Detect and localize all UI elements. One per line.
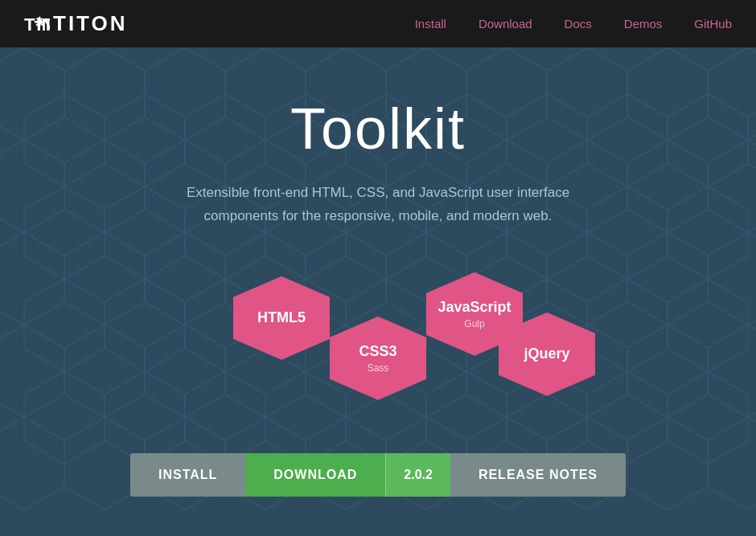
nav-docs[interactable]: Docs: [565, 17, 592, 31]
hex-js-sub: Gulp: [464, 318, 484, 329]
hex-css3-title: CSS3: [359, 343, 396, 361]
svg-rect-2: [39, 16, 40, 19]
nav-download[interactable]: Download: [479, 17, 532, 31]
cta-buttons: INSTALL DOWNLOAD 2.0.2 RELEASE NOTES: [16, 453, 740, 497]
hex-jquery[interactable]: jQuery: [499, 313, 595, 396]
logo-text: TITON: [53, 11, 128, 36]
release-notes-button[interactable]: RELEASE NOTES: [450, 453, 626, 497]
hex-html5[interactable]: HTML5: [233, 276, 330, 360]
logo[interactable]: TIT N TITON: [24, 11, 128, 37]
navbar: TIT N TITON Install Download Docs Demos …: [0, 0, 756, 47]
nav-links: Install Download Docs Demos GitHub: [415, 17, 732, 31]
svg-text:N: N: [42, 14, 50, 35]
hex-jquery-title: jQuery: [524, 346, 569, 363]
nav-demos[interactable]: Demos: [624, 17, 663, 31]
hex-css3-sub: Sass: [368, 362, 389, 374]
svg-rect-5: [35, 21, 38, 23]
hero-content: Toolkit Extensible front-end HTML, CSS, …: [16, 96, 740, 497]
hero-description: Extensible front-end HTML, CSS, and Java…: [185, 182, 571, 228]
download-button[interactable]: DOWNLOAD: [245, 453, 385, 497]
hex-css3[interactable]: CSS3 Sass: [330, 317, 426, 400]
install-button[interactable]: INSTALL: [130, 453, 245, 497]
hero-section: Toolkit Extensible front-end HTML, CSS, …: [0, 47, 756, 536]
hero-title: Toolkit: [16, 96, 740, 162]
version-button[interactable]: 2.0.2: [385, 453, 450, 497]
nav-install[interactable]: Install: [415, 17, 446, 31]
svg-rect-3: [39, 23, 40, 27]
hex-html5-title: HTML5: [257, 309, 306, 327]
hex-cluster: HTML5 CSS3 Sass JavaScript Gulp j: [193, 264, 563, 413]
nav-github[interactable]: GitHub: [694, 17, 732, 31]
